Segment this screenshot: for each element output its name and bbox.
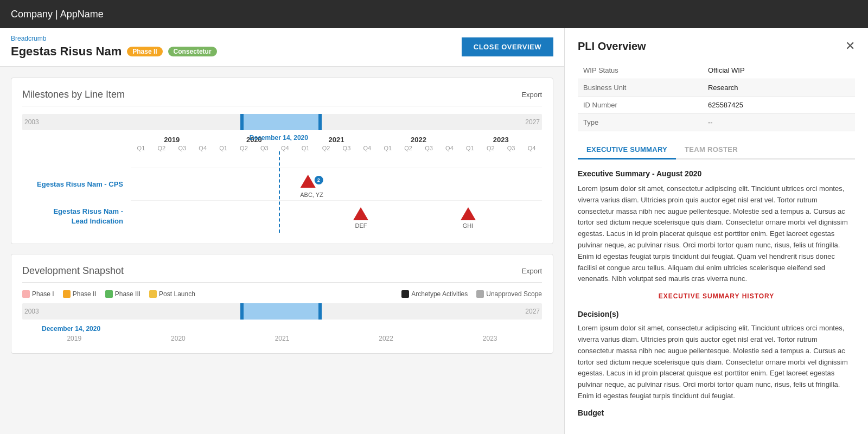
milestone-row-2: Egestas Risus Nam -Lead Indication DEF: [22, 200, 542, 233]
timeline-marker-left: [240, 114, 244, 130]
content-area: Milestones by Line Item Export 2003 2027: [0, 67, 564, 365]
milestone-row-1-track: 2 ABC, YZ: [131, 168, 542, 200]
milestone-row-1-label[interactable]: Egestas Risus Nam - CPS: [22, 180, 131, 188]
status-badge: Consectetur: [168, 47, 217, 56]
unapproved-label: Unapproved Scope: [486, 290, 542, 298]
dev-timeline-year-end: 2027: [525, 308, 540, 315]
top-nav: Company | AppName: [0, 0, 868, 28]
dashed-line: [279, 151, 280, 233]
decisions-title: Decision(s): [578, 310, 855, 318]
legend-phase2: Phase II: [63, 290, 97, 298]
milestone-marker-def[interactable]: DEF: [353, 207, 368, 229]
app-title: Company | AppName: [11, 9, 104, 20]
milestones-title: Milestones by Line Item: [22, 89, 125, 100]
milestone-row-1: Egestas Risus Nam - CPS 2 ABC, YZ: [22, 168, 542, 200]
exec-summary-title: Executive Summary - August 2020: [578, 169, 855, 178]
milestones-chart-body: 2019 Q1Q2Q3Q4 2020 Q1Q2Q3Q4: [22, 136, 542, 233]
exec-history-link[interactable]: EXECUTIVE SUMMARY HISTORY: [578, 292, 855, 300]
header-left: Breadcrumb Egestas Risus Nam Phase II Co…: [11, 35, 217, 59]
breadcrumb: Breadcrumb: [11, 35, 217, 42]
left-panel: Breadcrumb Egestas Risus Nam Phase II Co…: [0, 28, 564, 434]
legend-unapproved: Unapproved Scope: [476, 290, 542, 298]
legend-archetype: Archetype Activities: [401, 290, 468, 298]
tab-executive-summary[interactable]: EXECUTIVE SUMMARY: [578, 141, 676, 159]
timeline-marker-right: [318, 114, 322, 130]
milestones-export[interactable]: Export: [521, 91, 542, 99]
legend-postlaunch: Post Launch: [149, 290, 195, 298]
dev-timeline-year-start: 2003: [24, 308, 39, 315]
year-2019: 2019 Q1Q2Q3Q4: [131, 136, 213, 151]
dev-timeline-marker-right: [318, 303, 322, 320]
info-label-id: ID Number: [578, 97, 703, 114]
info-value-bu: Research: [703, 79, 855, 97]
date-marker-label: December 14, 2020: [250, 134, 308, 142]
milestones-card-header: Milestones by Line Item Export: [22, 89, 542, 106]
legend-row: Phase I Phase II Phase III Post Launch: [22, 290, 542, 298]
milestone-row-2-label[interactable]: Egestas Risus Nam -Lead Indication: [22, 207, 131, 226]
info-value-wip: Official WIP: [703, 62, 855, 79]
year-2023: 2023 Q1Q2Q3Q4: [459, 136, 542, 151]
unapproved-swatch: [476, 290, 484, 298]
milestones-timeline-bar: 2003 2027: [22, 114, 542, 130]
info-label-bu: Business Unit: [578, 79, 703, 97]
pli-header: PLI Overview ✕: [578, 39, 855, 53]
dev-date-marker: December 14, 2020: [42, 325, 561, 333]
info-row-id: ID Number 625587425: [578, 97, 855, 114]
budget-title: Budget: [578, 409, 855, 417]
phase3-swatch: [105, 290, 113, 298]
dev-timeline-blue-range: [240, 303, 318, 320]
archetype-swatch: [401, 290, 409, 298]
exec-summary-body: Lorem ipsum dolor sit amet, consectetur …: [578, 183, 855, 285]
legend-phase3: Phase III: [105, 290, 141, 298]
milestone-marker-ghi[interactable]: GHI: [461, 207, 476, 229]
info-row-bu: Business Unit Research: [578, 79, 855, 97]
archetype-label: Archetype Activities: [411, 290, 468, 298]
phase-badge: Phase II: [127, 47, 162, 56]
milestone-row-2-track: DEF GHI: [131, 200, 542, 233]
phase2-swatch: [63, 290, 71, 298]
tab-team-roster[interactable]: TEAM ROSTER: [676, 141, 746, 158]
info-label-type: Type: [578, 114, 703, 131]
postlaunch-swatch: [149, 290, 157, 298]
info-row-type: Type --: [578, 114, 855, 131]
pli-info-table: WIP Status Official WIP Business Unit Re…: [578, 62, 855, 131]
phase2-label: Phase II: [73, 290, 97, 298]
dev-snapshot-title: Development Snapshot: [22, 265, 124, 277]
timeline-year-end: 2027: [525, 118, 540, 126]
close-overview-button[interactable]: CLOSE OVERVIEW: [462, 37, 553, 56]
milestones-card: Milestones by Line Item Export 2003 2027: [11, 78, 553, 244]
dev-snapshot-header: Development Snapshot Export: [22, 265, 542, 283]
info-label-wip: WIP Status: [578, 62, 703, 79]
header-bar: Breadcrumb Egestas Risus Nam Phase II Co…: [0, 28, 564, 67]
dev-years-hint: December 14, 2020 2019 2020 2021 2022 20…: [22, 325, 542, 342]
page-title-text: Egestas Risus Nam: [11, 44, 122, 59]
pli-title: PLI Overview: [578, 40, 646, 53]
dev-timeline-marker-left: [240, 303, 244, 320]
info-value-type: --: [703, 114, 855, 131]
dev-snapshot-card: Development Snapshot Export Phase I Phas…: [11, 254, 553, 354]
phase1-swatch: [22, 290, 30, 298]
info-row-wip: WIP Status Official WIP: [578, 62, 855, 79]
timeline-year-start: 2003: [24, 118, 39, 126]
year-2022: 2022 Q1Q2Q3Q4: [378, 136, 460, 151]
right-panel: PLI Overview ✕ WIP Status Official WIP B…: [564, 28, 868, 434]
timeline-blue-range: [240, 114, 318, 130]
main-layout: Breadcrumb Egestas Risus Nam Phase II Co…: [0, 28, 868, 434]
years-track: 2019 Q1Q2Q3Q4 2020 Q1Q2Q3Q4: [131, 136, 542, 151]
info-value-id: 625587425: [703, 97, 855, 114]
milestone-marker-abcyz[interactable]: 2 ABC, YZ: [300, 175, 323, 198]
tabs-row: EXECUTIVE SUMMARY TEAM ROSTER: [578, 141, 855, 159]
dev-snapshot-timeline-bar: 2003 2027: [22, 303, 542, 320]
decisions-body: Lorem ipsum dolor sit amet, consectetur …: [578, 323, 855, 402]
postlaunch-label: Post Launch: [159, 290, 195, 298]
dev-snapshot-export[interactable]: Export: [521, 267, 542, 275]
milestone-rows: Egestas Risus Nam - CPS 2 ABC, YZ: [22, 168, 542, 233]
legend-phase1: Phase I: [22, 290, 54, 298]
pli-close-button[interactable]: ✕: [845, 39, 855, 53]
phase1-label: Phase I: [32, 290, 54, 298]
page-title: Egestas Risus Nam Phase II Consectetur: [11, 44, 217, 59]
phase3-label: Phase III: [115, 290, 141, 298]
